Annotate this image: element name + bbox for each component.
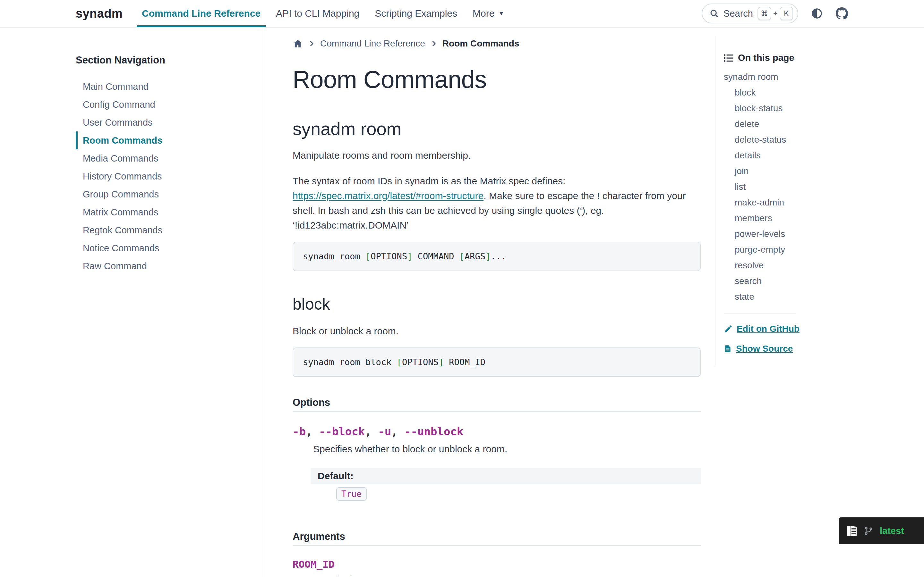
argument-name: ROOM_ID xyxy=(292,558,701,570)
sidebar-item[interactable]: User Commands xyxy=(76,113,251,131)
toc-item[interactable]: purge-empty xyxy=(724,242,924,258)
toc-item[interactable]: members xyxy=(724,210,924,226)
document-icon xyxy=(724,344,732,354)
sidebar-title: Section Navigation xyxy=(76,55,251,66)
brand-logo[interactable]: synadm xyxy=(76,7,123,21)
book-icon xyxy=(846,525,857,537)
code-segment: OPTIONS xyxy=(371,251,407,261)
github-icon xyxy=(835,7,848,20)
toc-heading: On this page xyxy=(724,53,924,63)
section-heading-block: block xyxy=(292,295,701,314)
option-description: Specifies whether to block or unblock a … xyxy=(313,444,701,455)
option-signature-segment: , xyxy=(306,425,319,438)
show-source-link[interactable]: Show Source xyxy=(724,343,924,354)
pencil-icon xyxy=(724,324,733,334)
navbar-links: Command Line Reference API to CLI Mappin… xyxy=(134,0,512,27)
code-line: synadm room [OPTIONS] COMMAND [ARGS]... xyxy=(303,251,506,261)
sidebar-item[interactable]: Room Commands xyxy=(76,131,251,149)
toc-item[interactable]: power-levels xyxy=(724,226,924,242)
sidebar-item[interactable]: Config Command xyxy=(76,95,251,113)
nav-link[interactable]: More ▼ xyxy=(467,0,509,27)
toc-item[interactable]: block-status xyxy=(724,100,924,116)
sidebar-item[interactable]: Notice Commands xyxy=(76,239,251,257)
search-label: Search xyxy=(724,8,753,19)
kbd-plus: + xyxy=(773,9,778,18)
code-segment: [ xyxy=(365,251,371,261)
nav-link-label: Scripting Examples xyxy=(375,8,457,19)
option-signature-segment: , xyxy=(391,425,404,438)
sidebar-item[interactable]: History Commands xyxy=(76,167,251,185)
show-source-label: Show Source xyxy=(736,343,793,354)
kbd-cmd-key: ⌘ xyxy=(758,7,771,20)
code-segment: ARGS xyxy=(465,251,485,261)
search-shortcut: ⌘ + K xyxy=(758,7,793,20)
sidebar-item[interactable]: Main Command xyxy=(76,77,251,95)
toc-item[interactable]: state xyxy=(724,289,924,305)
code-segment: ] xyxy=(407,251,412,261)
breadcrumb-current: Room Commands xyxy=(443,39,519,49)
toc-item[interactable]: make-admin xyxy=(724,195,924,210)
code-segment: ROOM_ID xyxy=(444,357,485,367)
toc-item[interactable]: join xyxy=(724,163,924,179)
chevron-right-icon xyxy=(308,40,315,47)
toc-divider xyxy=(724,314,796,314)
option-signature-segment: --block xyxy=(319,425,365,438)
argument-description: Required argument xyxy=(313,575,701,577)
search-button[interactable]: Search ⌘ + K xyxy=(702,3,798,23)
toc-list: synadm room block block-status delete de… xyxy=(724,69,924,305)
page-layout: Section Navigation Main Command Config C… xyxy=(0,27,924,577)
toc-item[interactable]: search xyxy=(724,273,924,289)
code-segment: [ xyxy=(459,251,465,261)
option-signature-segment: -u xyxy=(378,425,391,438)
chevron-down-icon: ▼ xyxy=(498,10,504,17)
page-title: Room Commands xyxy=(292,65,701,93)
list-icon xyxy=(724,53,733,63)
sidebar-item[interactable]: Media Commands xyxy=(76,149,251,167)
sidebar-item[interactable]: Raw Command xyxy=(76,257,251,275)
page-toc-sidebar: On this page synadm room block block-sta… xyxy=(715,27,924,577)
toc-item[interactable]: synadm room xyxy=(724,69,924,85)
sidebar-list: Main Command Config Command User Command… xyxy=(76,77,251,275)
code-segment: OPTIONS xyxy=(402,357,439,367)
theme-toggle-button[interactable] xyxy=(811,8,822,19)
option-signature-segment: --unblock xyxy=(404,425,463,438)
arguments-rubric: Arguments xyxy=(292,531,701,546)
intro-paragraph: The syntax of room IDs in synadm is as t… xyxy=(292,174,701,233)
default-value-chip: True xyxy=(336,487,367,501)
kbd-k-key: K xyxy=(780,7,793,20)
readthedocs-version-flyout[interactable]: latest xyxy=(838,517,924,544)
github-button[interactable] xyxy=(835,7,848,20)
code-segment: ] xyxy=(439,357,444,367)
code-segment: [ xyxy=(397,357,402,367)
toc-item[interactable]: details xyxy=(724,147,924,163)
code-segment: synadm room block xyxy=(303,357,397,367)
code-segment: ... xyxy=(491,251,506,261)
code-line: synadm room block [OPTIONS] ROOM_ID xyxy=(303,357,485,367)
code-segment: COMMAND xyxy=(412,251,459,261)
breadcrumb: Command Line Reference Room Commands xyxy=(292,38,701,49)
toc-item[interactable]: delete xyxy=(724,116,924,132)
nav-link[interactable]: Command Line Reference xyxy=(137,0,266,27)
nav-link-label: Command Line Reference xyxy=(142,8,260,19)
sidebar-item[interactable]: Regtok Commands xyxy=(76,221,251,239)
search-icon xyxy=(709,9,719,18)
toc-item[interactable]: delete-status xyxy=(724,132,924,147)
nav-link[interactable]: Scripting Examples xyxy=(370,0,462,27)
version-badge: latest xyxy=(880,526,904,536)
home-icon[interactable] xyxy=(292,39,303,49)
breadcrumb-parent-link[interactable]: Command Line Reference xyxy=(320,39,425,49)
nav-link[interactable]: API to CLI Mapping xyxy=(271,0,365,27)
edit-on-github-link[interactable]: Edit on GitHub xyxy=(724,324,924,334)
matrix-spec-link[interactable]: https://spec.matrix.org/latest/#room-str… xyxy=(292,190,483,201)
toc-item[interactable]: block xyxy=(724,85,924,100)
section-heading-synadm-room: synadm room xyxy=(292,118,701,139)
sidebar-item[interactable]: Matrix Commands xyxy=(76,203,251,221)
sidebar-item[interactable]: Group Commands xyxy=(76,185,251,203)
code-segment: ] xyxy=(485,251,491,261)
edit-on-github-label: Edit on GitHub xyxy=(737,324,800,334)
options-rubric: Options xyxy=(292,397,701,412)
block-description: Block or unblock a room. xyxy=(292,326,701,337)
toc-item[interactable]: resolve xyxy=(724,258,924,273)
toc-item[interactable]: list xyxy=(724,179,924,195)
nav-link-label: API to CLI Mapping xyxy=(276,8,359,19)
